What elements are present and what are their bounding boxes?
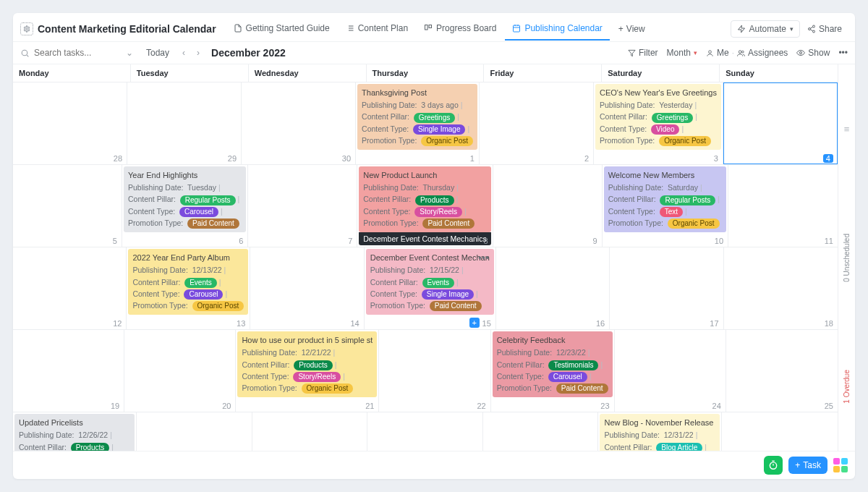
day-number: 22 (477, 402, 485, 410)
calendar-cell[interactable]: Thanksgiving PostPublishing Date: 3 days… (356, 82, 480, 164)
calendar-cell[interactable]: 22 (379, 330, 490, 412)
timer-fab[interactable] (764, 456, 783, 475)
svg-line-17 (810, 27, 812, 28)
task-card[interactable]: Welcome New MembersPublishing Date: Satu… (604, 166, 726, 232)
overflow-task-bar[interactable]: December Event Contest Mechanics (359, 232, 490, 245)
board-icon (424, 24, 433, 33)
content-type-tag: Story/Reels (293, 372, 341, 382)
tab-content-plan[interactable]: Content Plan (339, 17, 415, 41)
content-type-tag: Single Image (413, 124, 465, 135)
task-card[interactable]: Celebrity FeedbackPublishing Date: 12/23… (493, 331, 613, 397)
users-icon (737, 49, 745, 57)
calendar-cell[interactable]: 24 (615, 330, 726, 412)
task-card[interactable]: Year End HighlightsPublishing Date: Tues… (124, 166, 246, 232)
calendar-cell[interactable]: 14 (250, 247, 364, 329)
day-header: Thursday (367, 64, 485, 82)
calendar-cell[interactable]: How to use our product in 5 simple stPub… (236, 330, 379, 412)
more-button[interactable]: ••• (838, 48, 848, 58)
task-card[interactable]: How to use our product in 5 simple stPub… (237, 331, 377, 397)
tab-getting-started[interactable]: Getting Started Guide (226, 17, 337, 41)
calendar-cell[interactable]: 30 (483, 412, 599, 451)
filter-button[interactable]: Filter (628, 48, 658, 58)
calendar-cell[interactable]: CEO's New Year's Eve GreetingsPublishing… (594, 82, 723, 164)
calendar-cell[interactable]: 28 (13, 82, 127, 164)
drag-handle-icon: ≡ (844, 124, 850, 135)
day-number: 13 (237, 319, 245, 328)
svg-point-0 (26, 28, 28, 30)
me-button[interactable]: Me · Assignees (706, 48, 788, 58)
search-chevron-down-icon[interactable]: ⌄ (123, 48, 136, 58)
rail-handle[interactable]: ≡ (838, 64, 855, 193)
doc-icon (234, 24, 242, 33)
content-type-tag: Story/Reels (414, 207, 462, 217)
task-card[interactable]: Updated PricelistsPublishing Date: 12/26… (14, 414, 135, 451)
calendar-cell[interactable]: 5 (13, 165, 122, 247)
calendar-cell[interactable]: 30 (242, 82, 356, 164)
show-button[interactable]: Show (796, 48, 830, 58)
task-card[interactable]: New Blog - November ReleasePublishing Da… (600, 414, 720, 451)
calendar-cell[interactable]: 12 (13, 247, 127, 329)
day-header: Sunday (720, 64, 838, 82)
today-button[interactable]: Today (142, 46, 174, 59)
chevron-down-icon: ▾ (790, 25, 793, 33)
add-task-chip[interactable]: + (469, 318, 480, 328)
calendar-cell[interactable]: Celebrity FeedbackPublishing Date: 12/23… (491, 330, 615, 412)
calendar-cell[interactable]: New Product LaunchPublishing Date: Thurs… (357, 165, 493, 247)
apps-button[interactable] (833, 458, 848, 472)
calendar-cell[interactable]: Updated PricelistsPublishing Date: 12/26… (13, 412, 137, 451)
calendar-cell[interactable]: December Event Contest Mechan•••Publishi… (365, 247, 496, 329)
pillar-tag: Greetings (652, 113, 693, 123)
task-card[interactable]: CEO's New Year's Eve GreetingsPublishing… (595, 84, 721, 150)
calendar-cell[interactable]: 11 (728, 165, 838, 247)
calendar-cell[interactable]: Welcome New MembersPublishing Date: Satu… (603, 165, 728, 247)
calendar-cell[interactable]: 19 (13, 330, 124, 412)
unscheduled-rail[interactable]: 0 Unscheduled (838, 193, 855, 322)
content-type-tag: Carousel (548, 372, 587, 382)
pillar-tag: Testimonials (548, 360, 598, 370)
day-number: 18 (825, 319, 833, 328)
tab-publishing-calendar[interactable]: Publishing Calendar (505, 17, 609, 41)
search-input[interactable] (34, 48, 119, 58)
eye-icon (796, 48, 805, 57)
day-number: 15 (482, 319, 491, 328)
task-card[interactable]: Thanksgiving PostPublishing Date: 3 days… (357, 84, 477, 150)
calendar-cell[interactable]: 29 (127, 82, 242, 164)
new-task-button[interactable]: + Task (788, 457, 827, 474)
search-input-wrap[interactable]: ⌄ (20, 48, 136, 58)
add-view-button[interactable]: + View (611, 18, 652, 40)
calendar-cell[interactable]: 20 (124, 330, 236, 412)
calendar-cell[interactable]: 17 (610, 247, 723, 329)
calendar-cell[interactable] (722, 412, 838, 451)
share-button[interactable]: Share (801, 21, 848, 37)
calendar-cell[interactable]: 2 (480, 82, 594, 164)
day-number: 19 (111, 402, 119, 410)
tab-progress-board[interactable]: Progress Board (417, 17, 503, 41)
task-card[interactable]: 2022 Year End Party AlbumPublishing Date… (128, 249, 248, 315)
next-month-button[interactable]: › (194, 48, 203, 58)
prev-month-button[interactable]: ‹ (179, 48, 188, 58)
calendar-cell[interactable]: 29 (367, 412, 483, 451)
calendar-cell[interactable]: 18 (724, 247, 838, 329)
calendar-cell[interactable]: Year End HighlightsPublishing Date: Tues… (122, 165, 248, 247)
calendar-cell[interactable]: 7 (248, 165, 357, 247)
card-title: 2022 Year End Party Album (132, 252, 244, 264)
overdue-rail[interactable]: 1 Overdue (838, 322, 855, 451)
space-settings-icon[interactable] (20, 22, 33, 35)
calendar-cell[interactable]: 9 (493, 165, 603, 247)
calendar-cell[interactable]: 25 (726, 330, 838, 412)
calendar-cell[interactable]: 2022 Year End Party AlbumPublishing Date… (127, 247, 250, 329)
calendar-cell[interactable]: 4 (723, 82, 838, 164)
calendar-cell[interactable]: 16 (496, 247, 610, 329)
calendar-cell[interactable]: New Blog - November ReleasePublishing Da… (598, 412, 722, 451)
day-header: Tuesday (131, 64, 249, 82)
automate-button[interactable]: Automate ▾ (731, 20, 800, 38)
filter-icon (628, 49, 636, 57)
card-more-icon[interactable]: ••• (478, 252, 490, 266)
task-card[interactable]: December Event Contest Mechan•••Publishi… (366, 249, 494, 315)
task-card[interactable]: New Product LaunchPublishing Date: Thurs… (359, 166, 490, 232)
calendar-cell[interactable]: 27 (137, 412, 252, 451)
range-button[interactable]: Month ▾ (667, 48, 697, 58)
calendar-cell[interactable]: 28 (252, 412, 368, 451)
day-number: 24 (712, 402, 721, 410)
content-type-tag: Video (651, 124, 679, 135)
